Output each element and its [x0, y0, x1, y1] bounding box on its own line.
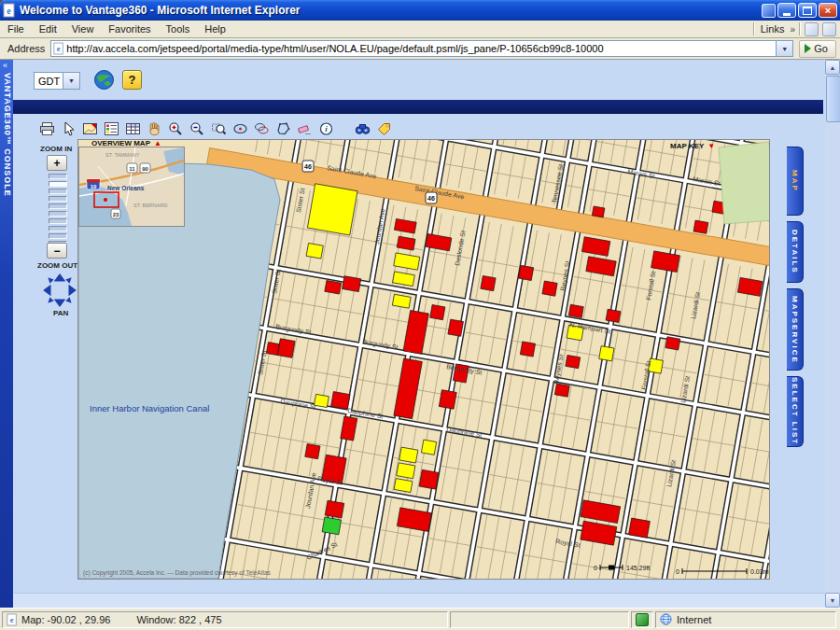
pan-hand-icon-button[interactable] — [145, 119, 164, 138]
collapse-chevron-icon[interactable]: « — [3, 61, 7, 70]
security-zone: Internet — [677, 614, 711, 625]
park-area — [719, 142, 769, 224]
svg-text:23: 23 — [113, 212, 119, 217]
navy-divider-bar — [13, 100, 823, 114]
separator — [753, 22, 755, 35]
gdt-dropdown-arrow-icon[interactable]: ▼ — [63, 73, 79, 89]
pan-label: PAN — [53, 309, 68, 317]
erase-icon-button[interactable] — [295, 119, 315, 138]
zoom-in-button[interactable]: + — [47, 155, 67, 171]
zoom-level-7[interactable] — [49, 226, 67, 231]
map-key-toggle[interactable]: MAP KEY ▼ — [670, 142, 715, 150]
select-point-icon-button[interactable] — [231, 119, 250, 138]
tab-details[interactable]: DETAILS — [787, 221, 804, 283]
overview-map-inset[interactable]: 10 11 90 23 ST. TAMMANY New Orleans ST. … — [78, 147, 185, 227]
zoom-out-button[interactable]: − — [47, 243, 67, 259]
pan-arrows-icon — [41, 272, 78, 309]
help-button[interactable]: ? — [122, 70, 142, 90]
overview-map-icon-button[interactable] — [80, 119, 100, 138]
svg-text:e: e — [7, 6, 11, 16]
restore-button[interactable] — [798, 3, 817, 18]
print-icon-button[interactable] — [37, 119, 57, 138]
menu-favorites[interactable]: Favorites — [101, 21, 158, 36]
go-button[interactable]: Go — [799, 40, 836, 58]
legend-icon-button[interactable] — [102, 119, 121, 138]
portal-status-icon — [636, 613, 649, 626]
window-size: Window: 822 , 475 — [136, 614, 221, 625]
toolbar-mini-icon[interactable] — [822, 22, 836, 36]
svg-text:145.29ft: 145.29ft — [626, 565, 650, 571]
select-polygon-icon-button[interactable] — [273, 119, 293, 138]
links-label[interactable]: Links — [759, 23, 787, 35]
select-oval-icon-button[interactable] — [252, 119, 272, 138]
browser-window: e Welcome to Vantage360 - Microsoft Inte… — [0, 0, 840, 630]
tab-select-list[interactable]: SELECT LIST — [787, 376, 804, 447]
menu-items: FileEditViewFavoritesToolsHelp — [0, 21, 233, 36]
select-pointer-icon-button[interactable] — [59, 119, 78, 138]
globe-icon-button[interactable] — [93, 69, 115, 91]
scroll-thumb[interactable] — [826, 76, 840, 122]
scroll-up-button[interactable]: ▲ — [825, 60, 840, 75]
svg-text:10: 10 — [91, 184, 97, 189]
zoom-out-icon-button[interactable] — [188, 119, 207, 138]
menu-view[interactable]: View — [64, 21, 102, 36]
horizontal-scrollbar[interactable] — [13, 593, 825, 609]
overview-collapse-triangle-icon[interactable]: ▲ — [154, 139, 161, 147]
zoom-level-6[interactable] — [49, 218, 67, 224]
label-icon-button[interactable] — [374, 119, 394, 138]
minimize-button[interactable] — [777, 3, 796, 18]
menu-bar: FileEditViewFavoritesToolsHelp Links » — [0, 21, 840, 38]
zoom-level-5[interactable] — [49, 211, 67, 217]
overview-map-image: 10 11 90 23 ST. TAMMANY New Orleans ST. … — [79, 147, 184, 226]
vertical-scrollbar[interactable]: ▲ ▼ — [825, 60, 840, 608]
zoom-level-0[interactable] — [49, 174, 67, 179]
toolbar-mini-icon[interactable] — [805, 22, 819, 36]
window-title: Welcome to Vantage360 - Microsoft Intern… — [20, 4, 758, 17]
map-key-triangle-icon[interactable]: ▼ — [707, 142, 715, 150]
map-viewport[interactable]: Saint Claude AveSaint Claude AveMarais S… — [78, 140, 769, 579]
overview-map-toggle[interactable]: OVERVIEW MAP ▲ — [91, 139, 161, 147]
svg-text:46: 46 — [427, 195, 435, 202]
address-dropdown-button[interactable]: ▼ — [776, 41, 792, 56]
svg-text:0: 0 — [594, 565, 597, 571]
zoom-level-2[interactable] — [49, 189, 67, 194]
svg-text:90: 90 — [142, 166, 148, 172]
zoom-level-1[interactable] — [49, 181, 67, 187]
tab-mapservice[interactable]: MAPSERVICE — [787, 288, 804, 371]
address-input[interactable] — [64, 42, 776, 55]
zoom-in-icon-button[interactable] — [166, 119, 186, 138]
zoom-window-icon-button[interactable] — [209, 119, 229, 138]
status-bar: e Map: -90.02 , 29.96 Window: 822 , 475 … — [0, 608, 840, 630]
title-bar: e Welcome to Vantage360 - Microsoft Inte… — [0, 0, 840, 21]
address-bar: Address e ▼ Go — [0, 38, 840, 60]
svg-text:e: e — [57, 44, 61, 53]
identify-icon-button[interactable]: i — [316, 119, 336, 138]
menu-tools[interactable]: Tools — [159, 21, 198, 36]
gdt-select[interactable]: GDT ▼ — [34, 72, 80, 90]
status-icon-pane — [631, 611, 653, 628]
find-icon-button[interactable] — [353, 119, 372, 138]
separator — [799, 22, 801, 35]
menu-edit[interactable]: Edit — [32, 21, 64, 36]
tab-map[interactable]: MAP — [787, 147, 804, 216]
close-button[interactable]: × — [819, 3, 837, 18]
brand-icon — [762, 4, 776, 18]
attribute-table-icon-button[interactable] — [123, 119, 143, 138]
menu-file[interactable]: File — [0, 21, 32, 36]
zoom-out-label: ZOOM OUT — [37, 261, 77, 270]
menu-help[interactable]: Help — [197, 21, 233, 36]
zoom-level-3[interactable] — [49, 196, 67, 202]
status-page-icon: e — [7, 613, 18, 626]
svg-text:11: 11 — [129, 166, 135, 172]
svg-text:0: 0 — [676, 568, 679, 575]
address-field[interactable]: e ▼ — [50, 40, 793, 57]
links-chevron-icon[interactable]: » — [790, 24, 795, 35]
scroll-down-button[interactable]: ▼ — [825, 593, 840, 608]
zoom-level-8[interactable] — [49, 233, 67, 239]
zoom-level-4[interactable] — [49, 203, 67, 209]
pan-control[interactable] — [41, 272, 78, 309]
map-coordinates: Map: -90.02 , 29.96 — [21, 614, 110, 625]
status-empty-pane — [450, 611, 629, 628]
svg-text:0.03mi: 0.03mi — [750, 568, 769, 575]
menu-bar-right: Links » — [753, 22, 840, 36]
